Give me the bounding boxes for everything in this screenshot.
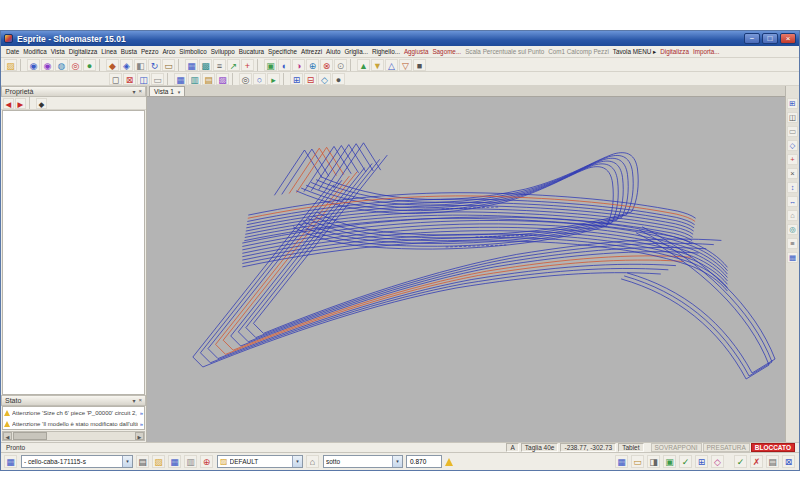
menu-linea[interactable]: Linea xyxy=(99,47,118,56)
cut-box-icon[interactable]: ⊠ xyxy=(123,73,136,85)
sheet-icon[interactable]: ▤ xyxy=(766,455,779,468)
menu-sagome[interactable]: Sagome... xyxy=(430,47,463,56)
scroll-thumb[interactable] xyxy=(13,432,47,440)
close-button[interactable]: × xyxy=(780,33,796,44)
calc-icon[interactable]: ▦ xyxy=(615,455,628,468)
split-view-icon[interactable]: ◫ xyxy=(137,73,150,85)
profile-combo[interactable]: - cello-caba-171115-s ▾ xyxy=(21,455,133,468)
tri-down-icon[interactable]: ▽ xyxy=(399,59,412,71)
measure-icon[interactable]: ▭ xyxy=(162,59,175,71)
frame-icon[interactable]: ▭ xyxy=(151,73,164,85)
dropdown-arrow-icon[interactable]: ▾ xyxy=(292,456,302,467)
more-link[interactable]: » xyxy=(140,410,143,416)
open-model-icon[interactable]: ◉ xyxy=(27,59,40,71)
menu-arco[interactable]: Arco xyxy=(160,47,177,56)
cad-canvas[interactable] xyxy=(147,97,785,442)
apply-icon[interactable]: ✓ xyxy=(734,455,747,468)
minimize-button[interactable]: − xyxy=(744,33,760,44)
notes-icon[interactable]: ▤ xyxy=(136,455,149,468)
add-icon[interactable]: ⊕ xyxy=(200,455,213,468)
menu-aiuto[interactable]: Aiuto xyxy=(324,47,342,56)
view-tab[interactable]: Vista 1 ▾ xyxy=(149,86,185,96)
delete-point-icon[interactable]: ⊗ xyxy=(320,59,333,71)
menu-griglia[interactable]: Griglia... xyxy=(342,47,369,56)
view-grid-icon[interactable]: ⊞ xyxy=(787,98,798,109)
ruler-icon[interactable]: ▭ xyxy=(631,455,644,468)
view-split-icon[interactable]: ◫ xyxy=(787,112,798,123)
menu-simbolico[interactable]: Simbolico xyxy=(177,47,208,56)
menu-modifica[interactable]: Modifica xyxy=(21,47,48,56)
target-icon[interactable]: ◎ xyxy=(69,59,82,71)
menu-righello[interactable]: Righello... xyxy=(370,47,402,56)
up-tool-icon[interactable]: ▲ xyxy=(357,59,370,71)
next-arrow-icon[interactable]: ▶ xyxy=(15,98,26,109)
half-right-icon[interactable]: ◑ xyxy=(292,59,305,71)
menu-date[interactable]: Date xyxy=(4,47,21,56)
zoom-out-icon[interactable]: ⊟ xyxy=(304,73,317,85)
default-combo[interactable]: ▨ DEFAULT ▾ xyxy=(217,455,303,468)
world-view-icon[interactable]: ◍ xyxy=(55,59,68,71)
move-icon[interactable]: + xyxy=(241,59,254,71)
view-diamond-icon[interactable]: ◇ xyxy=(787,140,798,151)
home-icon[interactable]: ⌂ xyxy=(306,455,319,468)
menu-busta[interactable]: Busta xyxy=(119,47,139,56)
menu-attrezzi[interactable]: Attrezzi xyxy=(299,47,324,56)
save-model-icon[interactable]: ◉ xyxy=(41,59,54,71)
menu-bucatura[interactable]: Bucatura xyxy=(237,47,266,56)
menu-importa[interactable]: Importa... xyxy=(691,47,722,56)
menu-digitalizza[interactable]: Digitalizza xyxy=(67,47,100,56)
rows-icon[interactable]: ▥ xyxy=(188,73,201,85)
menu-pezzo[interactable]: Pezzo xyxy=(139,47,161,56)
menu-scala-percentuale-sul-punto[interactable]: Scala Percentuale sul Punto xyxy=(463,47,546,56)
tri-up-icon[interactable]: △ xyxy=(385,59,398,71)
stato-pin-icon[interactable]: ▾ xyxy=(132,397,135,404)
add-point-icon[interactable]: ⊕ xyxy=(306,59,319,71)
panel-pin-icon[interactable]: ▾ xyxy=(132,88,135,95)
lines-icon[interactable]: ▤ xyxy=(202,73,215,85)
panel-close-icon[interactable]: × xyxy=(138,88,142,95)
center-icon[interactable]: ⊙ xyxy=(334,59,347,71)
circle-tool-icon[interactable]: ○ xyxy=(253,73,266,85)
cancel-icon[interactable]: ✗ xyxy=(750,455,763,468)
scroll-left-icon[interactable]: ◀ xyxy=(3,432,12,440)
profile-grid-icon[interactable]: ▦ xyxy=(4,455,17,468)
pick-tool-icon[interactable]: ◆ xyxy=(36,98,47,109)
more-link[interactable]: » xyxy=(140,421,143,427)
play-icon[interactable]: ▸ xyxy=(267,73,280,85)
properties-header[interactable]: Proprietà ▾ × xyxy=(1,86,146,97)
diamond-tool-icon[interactable]: ◇ xyxy=(318,73,331,85)
stato-close-icon[interactable]: × xyxy=(138,397,142,404)
stato-hscrollbar[interactable]: ◀ ▶ xyxy=(2,431,145,441)
menu-com1-calcomp-pezzi[interactable]: Com1 Calcomp Pezzi xyxy=(546,47,611,56)
view-add-icon[interactable]: + xyxy=(787,154,798,165)
menu-sviluppo[interactable]: Sviluppo xyxy=(209,47,237,56)
position-combo[interactable]: sotto ▾ xyxy=(323,455,403,468)
zoom-plus-icon[interactable]: ⊞ xyxy=(695,455,708,468)
layers-icon[interactable]: ▩ xyxy=(199,59,212,71)
stato-header[interactable]: Stato ▾ × xyxy=(1,395,146,406)
pan-horizontal-icon[interactable]: ↔ xyxy=(787,196,798,207)
half-left-icon[interactable]: ◐ xyxy=(278,59,291,71)
dropdown-arrow-icon[interactable]: ▾ xyxy=(392,456,402,467)
down-tool-icon[interactable]: ▼ xyxy=(371,59,384,71)
half-icon[interactable]: ◨ xyxy=(647,455,660,468)
pan-vertical-icon[interactable]: ↕ xyxy=(787,182,798,193)
print-icon[interactable]: ▥ xyxy=(184,455,197,468)
snap-icon[interactable]: ◎ xyxy=(239,73,252,85)
menu-vista[interactable]: Vista xyxy=(49,47,67,56)
grid-icon[interactable]: ▦ xyxy=(185,59,198,71)
home-view-icon[interactable]: ⌂ xyxy=(787,210,798,221)
flatten-icon[interactable]: ◈ xyxy=(120,59,133,71)
view-frame-icon[interactable]: ▭ xyxy=(787,126,798,137)
scale-icon[interactable]: ↗ xyxy=(227,59,240,71)
fill-piece-icon[interactable]: ▣ xyxy=(264,59,277,71)
grid-small-icon[interactable]: ▦ xyxy=(787,252,798,263)
offset-value-field[interactable]: 0.870 xyxy=(406,455,442,468)
menu-digitalizza[interactable]: Digitalizza xyxy=(658,47,691,56)
magenta-tool-icon[interactable]: ◇ xyxy=(711,455,724,468)
mirror-icon[interactable]: ◧ xyxy=(134,59,147,71)
scroll-right-icon[interactable]: ▶ xyxy=(135,432,144,440)
sphere-icon[interactable]: ● xyxy=(83,59,96,71)
swatch-icon[interactable]: ▣ xyxy=(663,455,676,468)
pointer-icon[interactable]: ● xyxy=(332,73,345,85)
